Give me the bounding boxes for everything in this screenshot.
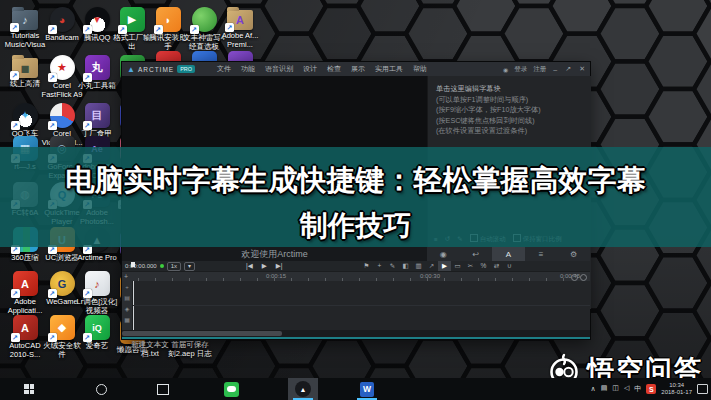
desktop-icon-label[interactable]: 首届可保存 刻2.aep 日志 — [166, 341, 214, 358]
timeline-tool-icon[interactable]: ✂ — [464, 261, 477, 271]
desktop-icon-art: 丸↗ — [85, 55, 110, 80]
desktop-screen: ♪↗Tutorials Music/Visua◕↗Bandicam▾↗腾讯QQ▶… — [0, 0, 711, 400]
timecode-display: 0:00:00.000 — [125, 263, 157, 269]
tip-line: (可以单按F1调整时间与顺序) — [436, 95, 541, 106]
timeline-tool-icon[interactable]: + — [373, 261, 386, 271]
shortcut-arrow-icon: ↗ — [48, 333, 57, 342]
arctime-icon: ▲ — [295, 381, 311, 397]
shortcut-arrow-icon: ↗ — [48, 25, 57, 34]
shortcut-arrow-icon: ↗ — [83, 73, 92, 82]
system-tray: ∧ ▤◫◁中 S 10:34 2018-01-17 — [591, 378, 708, 400]
window-bottom-accent — [122, 337, 590, 339]
zoom-in-icon[interactable] — [580, 274, 587, 281]
tray-chevron-icon[interactable]: ∧ — [591, 385, 596, 393]
window-titlebar[interactable]: ▲ ARCTIME PRO 文件功能语音识别设计检查展示实用工具帮助 ◉ 登录 … — [122, 62, 590, 76]
menubar-item[interactable]: 文件 — [217, 64, 231, 74]
task-view-button[interactable] — [148, 378, 178, 400]
tray-icon[interactable]: 中 — [634, 384, 641, 394]
menubar-item[interactable]: 展示 — [351, 64, 365, 74]
settings-tab[interactable]: ⚙ — [557, 247, 590, 261]
headline-line2: 制作技巧 — [0, 207, 711, 245]
menubar-item[interactable]: 设计 — [303, 64, 317, 74]
headline-banner: 电脑实时字幕生成快捷键：轻松掌握高效字幕 制作技巧 — [0, 147, 711, 247]
arctime-app[interactable]: ▲ — [288, 378, 318, 400]
menubar-item[interactable]: 功能 — [241, 64, 255, 74]
preview-tab[interactable]: ◉ — [427, 247, 460, 261]
word-app[interactable]: W — [352, 378, 382, 400]
maximize-button[interactable]: ↗ — [564, 65, 572, 73]
clock[interactable]: 10:34 2018-01-17 — [661, 382, 692, 396]
tray-icon[interactable]: ▤ — [601, 384, 608, 394]
shortcut-arrow-icon: ↗ — [83, 25, 92, 34]
track-toolbar-icon[interactable]: ▦ — [124, 316, 130, 323]
previous-button[interactable]: |◀ — [246, 262, 253, 270]
desktop-icon-art: ↗ — [50, 103, 75, 128]
speed-dropdown[interactable]: ▾ — [184, 262, 195, 271]
ruler-timecode-label: 0:00:15 — [266, 273, 286, 279]
shortcut-arrow-icon: ↗ — [83, 289, 92, 298]
add-track-icon[interactable]: + — [124, 273, 128, 280]
timeline-tool-icon[interactable]: ◧ — [399, 261, 412, 271]
close-button[interactable]: ✕ — [578, 65, 586, 73]
menubar-item[interactable]: 语音识别 — [265, 64, 293, 74]
shortcut-arrow-icon: ↗ — [118, 25, 127, 34]
timeline-tool-icon[interactable]: ▶ — [438, 261, 451, 271]
desktop-icon-art: A↗ — [227, 10, 253, 30]
text-tab[interactable]: A — [492, 247, 525, 261]
desktop-icon-label: Lr调色[汉化] 视频器 — [75, 298, 119, 315]
shortcut-arrow-icon: ↗ — [48, 73, 57, 82]
desktop-icon-label: 小丸工具箱 — [75, 82, 119, 91]
desktop-icon-art: ♪↗ — [85, 271, 110, 296]
play-button[interactable]: ▶ — [262, 262, 267, 270]
timeline-scrollbar[interactable] — [122, 330, 590, 337]
panel-tabbar: ◉↩A≡⚙ — [427, 247, 590, 261]
register-link[interactable]: 注册 — [533, 65, 546, 74]
menubar-item[interactable]: 检查 — [327, 64, 341, 74]
tray-icon[interactable]: ◫ — [612, 384, 619, 394]
menubar-item[interactable]: 实用工具 — [375, 64, 403, 74]
desktop-icon-art: ▾↗ — [85, 7, 110, 32]
search-button[interactable] — [86, 378, 116, 400]
desktop-icon-art: ♪↗ — [12, 10, 38, 30]
track-toolbar-icon[interactable]: ◈ — [125, 305, 130, 312]
desktop-icon-art: ◕↗ — [50, 7, 75, 32]
scrollbar-thumb[interactable] — [122, 331, 282, 336]
timeline-tool-icon[interactable]: ✎ — [386, 261, 399, 271]
timeline-tool-icon[interactable]: ▥ — [412, 261, 425, 271]
desktop-icon-art: ◆↗ — [50, 315, 75, 340]
playhead-marker[interactable] — [131, 262, 135, 267]
desktop-icon-art: ▶↗ — [120, 7, 145, 32]
task-view-icon — [157, 384, 169, 395]
desktop-icon-art: 目↗ — [85, 103, 110, 128]
shortcut-arrow-icon: ↗ — [225, 23, 234, 32]
login-link[interactable]: 登录 — [514, 65, 527, 74]
desktop-icon-art: A↗ — [13, 271, 38, 296]
timeline-tool-icon[interactable]: ↗ — [425, 261, 438, 271]
history-tab[interactable]: ↩ — [460, 247, 493, 261]
timeline-tool-icon[interactable]: ⚑ — [360, 261, 373, 271]
user-icon: ◉ — [503, 66, 508, 73]
shortcut-arrow-icon: ↗ — [190, 25, 199, 34]
ime-indicator[interactable]: S — [646, 384, 656, 394]
start-button[interactable] — [14, 378, 44, 400]
timeline-tool-icon[interactable]: ∪ — [503, 261, 516, 271]
transport-bar: 0:00:00.000 1x ▾ |◀▶▶| ⚑+✎◧▥↗▶▭✂%⇄∪ — [122, 261, 590, 271]
tray-icon[interactable]: ◁ — [624, 384, 629, 394]
tray-icons: ▤◫◁中 — [601, 384, 642, 394]
track-toolbar-icon[interactable]: + — [125, 284, 129, 290]
titlebar-right: ◉ 登录 注册 – ↗ ✕ — [503, 62, 586, 76]
timeline-area[interactable]: +▤◈▦ — [122, 281, 590, 330]
next-button[interactable]: ▶| — [276, 262, 283, 270]
desktop-icon[interactable]: A↗Adobe Af... Premi... — [218, 7, 262, 49]
menubar-item[interactable]: 帮助 — [413, 64, 427, 74]
notification-center-icon[interactable] — [697, 384, 708, 394]
wechat-app[interactable] — [216, 378, 246, 400]
timeline-tool-icon[interactable]: ⇄ — [490, 261, 503, 271]
minimize-button[interactable]: – — [552, 66, 558, 73]
timeline-tool-icon[interactable]: % — [477, 261, 490, 271]
timeline-tool-icon[interactable]: ▭ — [451, 261, 464, 271]
ruler-timecode-label: 0:00:45 — [560, 273, 580, 279]
speed-selector[interactable]: 1x — [167, 262, 181, 271]
list-tab[interactable]: ≡ — [525, 247, 558, 261]
track-toolbar-icon[interactable]: ▤ — [124, 294, 130, 301]
